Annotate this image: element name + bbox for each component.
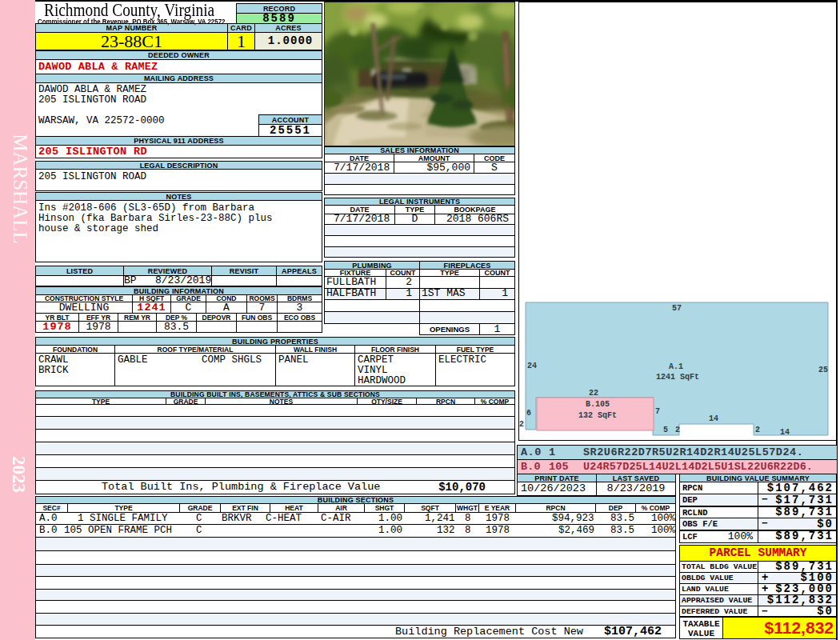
svg-text:2: 2 [755,426,760,434]
svg-text:132 SqFt: 132 SqFt [578,411,617,420]
svg-text:25: 25 [818,366,828,374]
svg-text:14: 14 [709,414,718,423]
svg-text:6: 6 [526,409,531,418]
svg-text:2: 2 [675,426,680,434]
svg-text:B.105: B.105 [586,400,610,409]
svg-text:5: 5 [663,426,668,434]
svg-text:22: 22 [589,389,598,398]
svg-text:57: 57 [672,304,682,313]
svg-text:A.1: A.1 [669,362,683,371]
svg-text:7: 7 [655,407,660,416]
svg-text:2: 2 [519,420,524,429]
svg-text:24: 24 [527,362,537,370]
svg-text:14: 14 [780,428,790,437]
svg-text:1241 SqFt: 1241 SqFt [656,373,699,382]
